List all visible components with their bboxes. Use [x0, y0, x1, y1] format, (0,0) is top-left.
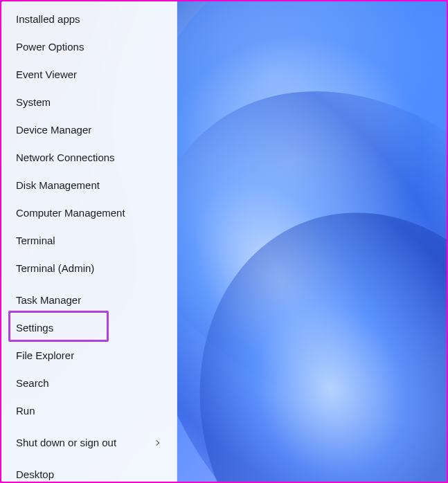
- menu-item-computer-management[interactable]: Computer Management: [1, 199, 177, 227]
- menu-item-search[interactable]: Search: [1, 370, 177, 397]
- menu-item-label: Task Manager: [16, 293, 81, 308]
- menu-item-disk-management[interactable]: Disk Management: [1, 172, 177, 199]
- menu-item-event-viewer[interactable]: Event Viewer: [1, 61, 177, 89]
- menu-item-task-manager[interactable]: Task Manager: [1, 286, 177, 314]
- menu-item-label: Device Manager: [16, 122, 91, 138]
- menu-item-power-options[interactable]: Power Options: [1, 33, 177, 61]
- menu-item-label: Network Connections: [16, 150, 115, 165]
- menu-item-terminal-admin[interactable]: Terminal (Admin): [1, 255, 177, 282]
- menu-item-label: File Explorer: [16, 348, 74, 363]
- menu-item-label: Installed apps: [16, 12, 80, 27]
- menu-item-label: Search: [16, 376, 49, 391]
- menu-item-label: Power Options: [16, 39, 84, 55]
- menu-item-device-manager[interactable]: Device Manager: [1, 116, 177, 144]
- menu-item-label: Terminal (Admin): [16, 261, 94, 276]
- menu-item-label: Desktop: [16, 467, 54, 482]
- menu-item-label: Terminal: [16, 233, 55, 248]
- menu-item-label: Shut down or sign out: [16, 435, 116, 450]
- menu-item-installed-apps[interactable]: Installed apps: [1, 6, 177, 33]
- menu-item-desktop[interactable]: Desktop: [1, 461, 177, 483]
- menu-item-file-explorer[interactable]: File Explorer: [1, 342, 177, 370]
- menu-item-run[interactable]: Run: [1, 397, 177, 425]
- menu-item-terminal[interactable]: Terminal: [1, 227, 177, 255]
- chevron-right-icon: [154, 440, 159, 446]
- menu-item-label: Computer Management: [16, 206, 125, 221]
- menu-item-shutdown[interactable]: Shut down or sign out: [1, 429, 177, 457]
- menu-item-network-connections[interactable]: Network Connections: [1, 144, 177, 172]
- menu-item-label: Disk Management: [16, 178, 100, 193]
- menu-item-settings[interactable]: Settings: [1, 314, 177, 342]
- menu-item-label: Event Viewer: [16, 67, 77, 82]
- menu-item-label: Run: [16, 403, 35, 419]
- menu-item-label: System: [16, 95, 51, 110]
- menu-item-label: Settings: [16, 320, 53, 336]
- winx-context-menu: Installed apps Power Options Event Viewe…: [1, 1, 177, 482]
- menu-item-system[interactable]: System: [1, 89, 177, 116]
